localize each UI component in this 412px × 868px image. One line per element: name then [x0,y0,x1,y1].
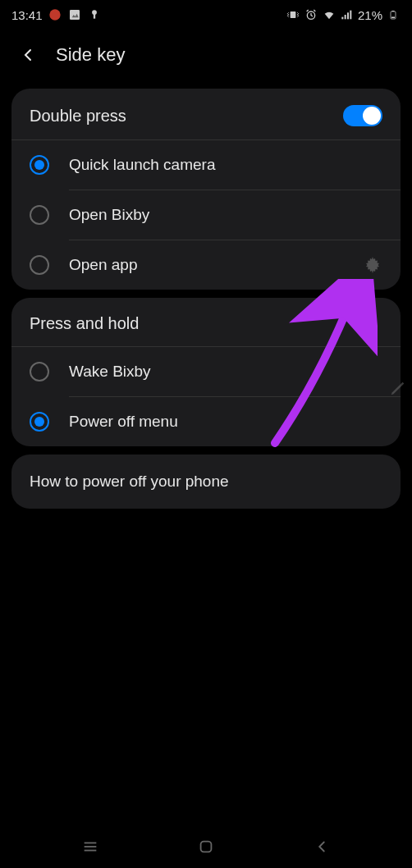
radio-unselected-icon [30,205,49,225]
double-press-card: Double press Quick launch camera Open Bi… [11,89,401,290]
svg-rect-4 [93,14,94,19]
svg-rect-9 [347,12,349,19]
key-icon [87,7,102,22]
back-button[interactable] [18,45,38,65]
vibrate-icon [286,7,300,22]
svg-rect-10 [350,11,351,20]
battery-icon [386,7,401,22]
option-open-bixby[interactable]: Open Bixby [11,190,401,240]
app-icon-1 [48,7,62,22]
header: Side key [0,30,412,80]
signal-icon [340,7,355,22]
double-press-title: Double press [30,107,126,126]
wifi-icon [322,7,336,22]
gallery-icon [67,7,82,22]
option-wake-bixby[interactable]: Wake Bixby [11,347,401,396]
pencil-icon [389,379,409,399]
press-hold-card: Press and hold Wake Bixby Power off menu [11,298,401,446]
option-label: Open app [69,256,343,274]
status-bar: 13:41 21% [0,0,412,30]
svg-rect-8 [345,15,346,19]
option-label: Power off menu [69,413,382,431]
status-time: 13:41 [11,8,43,22]
radio-unselected-icon [30,255,49,275]
nav-bar [0,825,412,868]
option-label: Open Bixby [69,206,382,224]
nav-home[interactable] [173,830,239,863]
nav-recents[interactable] [57,830,123,863]
option-power-off-menu[interactable]: Power off menu [11,397,401,446]
how-to-power-off-card[interactable]: How to power off your phone [11,455,401,509]
option-open-app[interactable]: Open app [11,240,401,290]
svg-rect-7 [341,17,343,20]
alarm-icon [304,7,318,22]
radio-selected-icon [30,412,49,432]
svg-rect-1 [70,10,80,20]
svg-point-0 [49,9,60,20]
radio-unselected-icon [30,362,49,381]
radio-selected-icon [30,155,49,175]
nav-back[interactable] [289,830,355,863]
double-press-toggle[interactable] [343,105,382,126]
press-hold-title: Press and hold [30,314,139,333]
option-label: Quick launch camera [69,156,382,174]
option-label: Wake Bixby [69,363,382,381]
option-quick-launch-camera[interactable]: Quick launch camera [11,140,401,190]
svg-rect-5 [291,11,296,18]
svg-rect-18 [201,842,212,852]
battery-percent: 21% [358,8,382,22]
page-title: Side key [56,44,125,66]
svg-rect-12 [392,11,395,11]
info-text: How to power off your phone [30,473,382,491]
gear-icon[interactable] [363,255,382,275]
svg-rect-13 [391,17,395,19]
